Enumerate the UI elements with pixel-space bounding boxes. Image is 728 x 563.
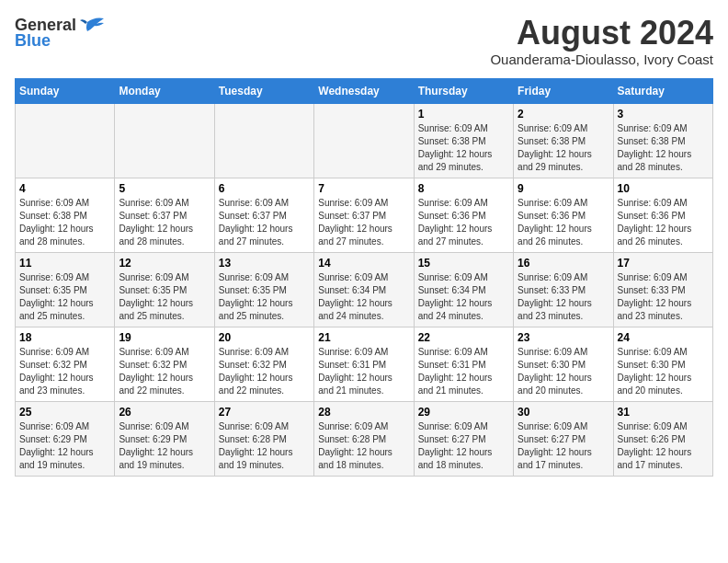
day-header-saturday: Saturday	[613, 78, 712, 103]
day-header-tuesday: Tuesday	[214, 78, 313, 103]
day-info: Sunrise: 6:09 AMSunset: 6:33 PMDaylight:…	[618, 271, 709, 323]
day-number: 17	[618, 257, 709, 270]
day-number: 28	[318, 406, 409, 419]
logo-bird-icon	[78, 15, 106, 35]
day-number: 11	[19, 257, 110, 270]
day-info: Sunrise: 6:09 AMSunset: 6:36 PMDaylight:…	[418, 197, 509, 248]
calendar-cell: 11Sunrise: 6:09 AMSunset: 6:35 PMDayligh…	[16, 252, 115, 327]
day-info: Sunrise: 6:09 AMSunset: 6:38 PMDaylight:…	[418, 122, 509, 174]
location-subtitle: Ouanderama-Dioulasso, Ivory Coast	[490, 52, 713, 67]
day-info: Sunrise: 6:09 AMSunset: 6:37 PMDaylight:…	[219, 197, 310, 248]
day-number: 13	[219, 257, 310, 270]
calendar-cell: 31Sunrise: 6:09 AMSunset: 6:26 PMDayligh…	[613, 401, 712, 476]
month-title: August 2024	[490, 15, 713, 52]
calendar-cell: 21Sunrise: 6:09 AMSunset: 6:31 PMDayligh…	[314, 327, 414, 401]
day-number: 3	[618, 108, 709, 121]
day-info: Sunrise: 6:09 AMSunset: 6:27 PMDaylight:…	[518, 420, 609, 472]
calendar-cell: 15Sunrise: 6:09 AMSunset: 6:34 PMDayligh…	[414, 252, 513, 327]
day-info: Sunrise: 6:09 AMSunset: 6:38 PMDaylight:…	[618, 122, 709, 174]
page-header: General Blue August 2024 Ouanderama-Diou…	[15, 15, 713, 67]
day-header-sunday: Sunday	[16, 78, 115, 103]
calendar-cell	[214, 103, 313, 178]
calendar-cell: 26Sunrise: 6:09 AMSunset: 6:29 PMDayligh…	[115, 401, 214, 476]
calendar-cell: 22Sunrise: 6:09 AMSunset: 6:31 PMDayligh…	[414, 327, 513, 401]
calendar-cell: 18Sunrise: 6:09 AMSunset: 6:32 PMDayligh…	[16, 327, 115, 401]
day-header-monday: Monday	[115, 78, 214, 103]
week-row-5: 25Sunrise: 6:09 AMSunset: 6:29 PMDayligh…	[16, 401, 713, 476]
calendar-table: SundayMondayTuesdayWednesdayThursdayFrid…	[15, 78, 713, 477]
calendar-cell: 14Sunrise: 6:09 AMSunset: 6:34 PMDayligh…	[314, 252, 414, 327]
day-info: Sunrise: 6:09 AMSunset: 6:29 PMDaylight:…	[119, 420, 210, 472]
calendar-cell: 25Sunrise: 6:09 AMSunset: 6:29 PMDayligh…	[16, 401, 115, 476]
day-number: 27	[219, 406, 310, 419]
calendar-cell: 5Sunrise: 6:09 AMSunset: 6:37 PMDaylight…	[115, 178, 214, 252]
calendar-cell: 20Sunrise: 6:09 AMSunset: 6:32 PMDayligh…	[214, 327, 313, 401]
day-info: Sunrise: 6:09 AMSunset: 6:29 PMDaylight:…	[19, 420, 110, 472]
calendar-cell	[16, 103, 115, 178]
calendar-cell: 17Sunrise: 6:09 AMSunset: 6:33 PMDayligh…	[613, 252, 712, 327]
day-info: Sunrise: 6:09 AMSunset: 6:34 PMDaylight:…	[318, 271, 409, 323]
week-row-3: 11Sunrise: 6:09 AMSunset: 6:35 PMDayligh…	[16, 252, 713, 327]
day-info: Sunrise: 6:09 AMSunset: 6:33 PMDaylight:…	[518, 271, 609, 323]
day-info: Sunrise: 6:09 AMSunset: 6:37 PMDaylight:…	[119, 197, 210, 248]
day-info: Sunrise: 6:09 AMSunset: 6:32 PMDaylight:…	[119, 346, 210, 397]
day-info: Sunrise: 6:09 AMSunset: 6:36 PMDaylight:…	[618, 197, 709, 248]
day-info: Sunrise: 6:09 AMSunset: 6:32 PMDaylight:…	[219, 346, 310, 397]
week-row-2: 4Sunrise: 6:09 AMSunset: 6:38 PMDaylight…	[16, 178, 713, 252]
day-number: 10	[618, 182, 709, 195]
day-number: 20	[219, 331, 310, 344]
day-number: 31	[618, 406, 709, 419]
calendar-cell: 19Sunrise: 6:09 AMSunset: 6:32 PMDayligh…	[115, 327, 214, 401]
day-info: Sunrise: 6:09 AMSunset: 6:35 PMDaylight:…	[19, 271, 110, 323]
day-number: 30	[518, 406, 609, 419]
day-info: Sunrise: 6:09 AMSunset: 6:27 PMDaylight:…	[418, 420, 509, 472]
day-number: 6	[219, 182, 310, 195]
day-number: 24	[618, 331, 709, 344]
calendar-cell: 13Sunrise: 6:09 AMSunset: 6:35 PMDayligh…	[214, 252, 313, 327]
week-row-1: 1Sunrise: 6:09 AMSunset: 6:38 PMDaylight…	[16, 103, 713, 178]
day-info: Sunrise: 6:09 AMSunset: 6:30 PMDaylight:…	[618, 346, 709, 397]
day-number: 14	[318, 257, 409, 270]
day-number: 26	[119, 406, 210, 419]
day-number: 21	[318, 331, 409, 344]
day-info: Sunrise: 6:09 AMSunset: 6:31 PMDaylight:…	[318, 346, 409, 397]
calendar-cell: 7Sunrise: 6:09 AMSunset: 6:37 PMDaylight…	[314, 178, 414, 252]
day-number: 4	[19, 182, 110, 195]
day-info: Sunrise: 6:09 AMSunset: 6:35 PMDaylight:…	[219, 271, 310, 323]
day-number: 5	[119, 182, 210, 195]
header-row: SundayMondayTuesdayWednesdayThursdayFrid…	[16, 78, 713, 103]
title-area: August 2024 Ouanderama-Dioulasso, Ivory …	[490, 15, 713, 67]
day-header-wednesday: Wednesday	[314, 78, 414, 103]
day-info: Sunrise: 6:09 AMSunset: 6:32 PMDaylight:…	[19, 346, 110, 397]
calendar-cell: 2Sunrise: 6:09 AMSunset: 6:38 PMDaylight…	[514, 103, 613, 178]
calendar-cell: 12Sunrise: 6:09 AMSunset: 6:35 PMDayligh…	[115, 252, 214, 327]
day-number: 29	[418, 406, 509, 419]
logo: General Blue	[15, 15, 106, 51]
day-info: Sunrise: 6:09 AMSunset: 6:35 PMDaylight:…	[119, 271, 210, 323]
day-info: Sunrise: 6:09 AMSunset: 6:31 PMDaylight:…	[418, 346, 509, 397]
day-number: 1	[418, 108, 509, 121]
day-number: 18	[19, 331, 110, 344]
day-number: 9	[518, 182, 609, 195]
day-number: 7	[318, 182, 409, 195]
calendar-cell: 6Sunrise: 6:09 AMSunset: 6:37 PMDaylight…	[214, 178, 313, 252]
calendar-cell: 16Sunrise: 6:09 AMSunset: 6:33 PMDayligh…	[514, 252, 613, 327]
calendar-cell: 29Sunrise: 6:09 AMSunset: 6:27 PMDayligh…	[414, 401, 513, 476]
day-info: Sunrise: 6:09 AMSunset: 6:38 PMDaylight:…	[518, 122, 609, 174]
calendar-cell: 9Sunrise: 6:09 AMSunset: 6:36 PMDaylight…	[514, 178, 613, 252]
calendar-cell: 10Sunrise: 6:09 AMSunset: 6:36 PMDayligh…	[613, 178, 712, 252]
day-number: 19	[119, 331, 210, 344]
day-number: 16	[518, 257, 609, 270]
logo-blue-text: Blue	[15, 31, 51, 51]
day-info: Sunrise: 6:09 AMSunset: 6:38 PMDaylight:…	[19, 197, 110, 248]
day-info: Sunrise: 6:09 AMSunset: 6:28 PMDaylight:…	[219, 420, 310, 472]
day-info: Sunrise: 6:09 AMSunset: 6:30 PMDaylight:…	[518, 346, 609, 397]
day-info: Sunrise: 6:09 AMSunset: 6:34 PMDaylight:…	[418, 271, 509, 323]
calendar-cell: 4Sunrise: 6:09 AMSunset: 6:38 PMDaylight…	[16, 178, 115, 252]
calendar-cell: 1Sunrise: 6:09 AMSunset: 6:38 PMDaylight…	[414, 103, 513, 178]
day-info: Sunrise: 6:09 AMSunset: 6:37 PMDaylight:…	[318, 197, 409, 248]
day-number: 8	[418, 182, 509, 195]
calendar-cell	[115, 103, 214, 178]
calendar-cell: 27Sunrise: 6:09 AMSunset: 6:28 PMDayligh…	[214, 401, 313, 476]
day-header-friday: Friday	[514, 78, 613, 103]
